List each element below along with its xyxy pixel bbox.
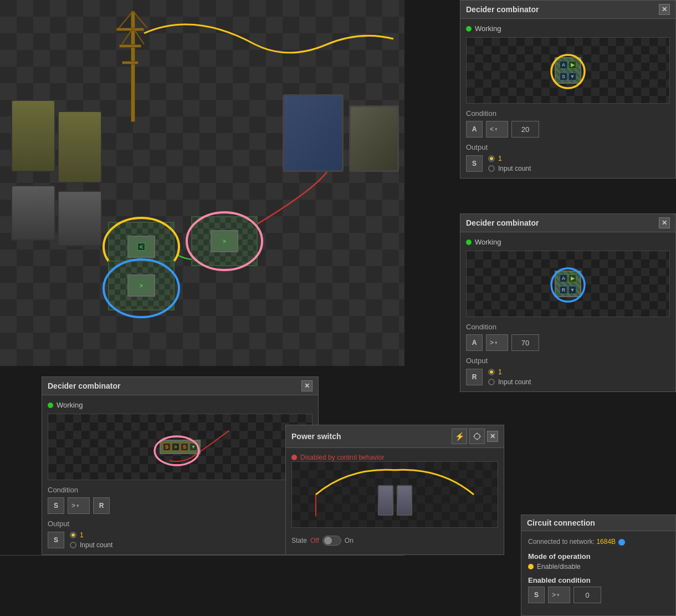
panel-decider-2-radio-2[interactable] [488,379,495,385]
power-switch-off-label: Off [310,537,319,544]
power-switch-preview [291,461,498,528]
panel-decider-3-title: Decider combinator [48,381,120,390]
combinator-pink-area: > [191,216,258,266]
panel-decider-3-radio-1[interactable] [70,532,76,538]
panel-decider-1-radio-1[interactable] [488,155,495,162]
panel-decider-2-title: Decider combinator [466,218,539,227]
panel-decider-2-close[interactable]: ✕ [659,217,670,228]
panel-decider-1-preview: A ▶ S ▼ [466,37,670,104]
panel-decider-1-title: Decider combinator [466,5,539,14]
panel-circuit-header: Circuit connection [521,515,675,531]
game-world: < > > [0,0,404,366]
right-machine-1 [283,94,344,172]
power-switch-status: Disabled by control behavior [291,454,498,461]
panel-circuit-connection: Circuit connection Connected to network:… [521,515,676,616]
circuit-enabled-condition-label: Enabled condition [528,576,669,584]
circuit-mode-value-row: Enable/disable [528,563,669,571]
panel-decider-3-signal-s[interactable]: S [48,497,64,514]
panel-decider-2-signal-a[interactable]: A [466,334,483,351]
decider-1-entity: A ▶ S ▼ [555,57,581,84]
svg-line-3 [133,28,144,44]
panel-decider-2-operator[interactable]: > ▾ [486,334,508,351]
panel-decider-1-count: 1 [498,155,502,162]
circuit-network-id: 1684B [596,538,616,546]
decider-2-entity: A ▶ R ▼ [555,271,581,297]
panel-decider-3-signal-r[interactable]: R [93,497,110,514]
panel-decider-3-status-dot [48,403,53,408]
panel-decider-1-status: Working [475,24,501,33]
panel-decider-2-radio-1[interactable] [488,369,495,375]
industrial-tanks [11,100,102,246]
tower [116,11,150,133]
panel-decider-3-condition-label: Condition [48,486,313,494]
panel-decider-2-preview: A ▶ R ▼ [466,251,670,317]
power-switch-electricity-icon[interactable]: ⚡ [452,429,467,444]
circuit-condition-operator[interactable]: > ▾ [548,587,570,603]
panel-decider-3-output-signal[interactable]: S [48,532,64,548]
svg-point-10 [474,434,480,439]
panel-decider-2-status-dot [466,240,472,245]
panel-decider-3-close[interactable]: ✕ [301,380,313,391]
panel-decider-1-header: Decider combinator ✕ [460,1,675,19]
panel-decider-1-output-signal[interactable]: S [466,155,483,172]
panel-decider-3-status: Working [57,401,83,409]
svg-line-2 [122,28,133,44]
panel-decider-2: Decider combinator ✕ Working A ▶ R ▼ [460,213,676,392]
panel-power-switch-close[interactable]: ✕ [487,431,498,442]
power-switch-state-label: State [291,537,307,544]
power-switch-toggle[interactable] [322,536,341,546]
bottom-bar [0,555,404,616]
panel-decider-2-input-count: Input count [498,378,531,386]
panel-decider-1-value[interactable] [511,121,539,138]
panel-decider-3: Decider combinator ✕ Working S > S ▼ [42,376,319,555]
panel-decider-2-output-label: Output [466,357,670,365]
panel-decider-3-header: Decider combinator ✕ [42,377,318,395]
panel-decider-1-status-dot [466,26,472,32]
panel-decider-1-condition-label: Condition [466,109,670,118]
svg-line-0 [119,11,133,28]
panel-decider-3-condition-row: S > ▾ R [48,497,313,514]
power-switch-circuit-icon[interactable] [469,429,485,444]
panel-decider-1: Decider combinator ✕ Working A ▶ S ▼ [460,0,676,179]
operator-chevron: ▾ [495,126,498,132]
combinator-blue-area: > [108,261,175,310]
panel-decider-2-condition-label: Condition [466,323,670,331]
panel-decider-2-header: Decider combinator ✕ [460,214,675,232]
circuit-condition-row: S > ▾ [528,587,669,603]
operator-3-chevron: ▾ [76,503,79,508]
panel-decider-3-radio-2[interactable] [70,542,76,548]
panel-power-switch-title: Power switch [291,432,341,441]
circuit-network-label: Connected to network: [528,538,595,546]
power-switch-on-label: On [345,537,354,544]
circuit-network-info-dot [618,539,625,546]
panel-decider-1-condition-row: A < ▾ [466,121,670,138]
panel-decider-3-input-count: Input count [80,541,112,549]
panel-decider-1-output-row: S 1 Input count [466,155,670,172]
panel-decider-3-output-label: Output [48,520,313,528]
panel-decider-1-output-label: Output [466,143,670,151]
panel-power-switch-header: Power switch ⚡ ✕ [286,425,504,448]
panel-decider-3-output-row: S 1 Input count [48,531,313,549]
panel-decider-2-count: 1 [498,368,502,376]
operator-2-chevron: ▾ [495,340,498,345]
panel-decider-2-output-row: R 1 Input count [466,368,670,386]
panel-decider-1-signal-a[interactable]: A [466,121,483,138]
panel-circuit-title: Circuit connection [527,518,595,527]
panel-decider-2-status: Working [475,238,501,246]
right-machine-2 [349,105,399,172]
panel-power-switch: Power switch ⚡ ✕ Disabled by control beh… [285,425,504,555]
panel-decider-1-close[interactable]: ✕ [659,4,670,15]
panel-decider-2-condition-row: A > ▾ [466,334,670,351]
panel-decider-2-value[interactable] [511,334,539,351]
circuit-condition-signal[interactable]: S [528,587,545,603]
panel-decider-1-operator[interactable]: < ▾ [486,121,508,138]
circuit-mode-label: Mode of operation [528,552,669,561]
panel-decider-2-output-signal[interactable]: R [466,369,483,385]
panel-decider-1-radio-2[interactable] [488,165,495,172]
svg-line-1 [133,11,147,28]
power-switch-state-row: State Off On [291,532,498,549]
panel-decider-3-preview: S > S ▼ [48,414,313,480]
panel-decider-3-operator[interactable]: > ▾ [68,497,90,514]
circuit-mode-value: Enable/disable [537,563,581,571]
circuit-condition-value[interactable] [573,587,601,603]
